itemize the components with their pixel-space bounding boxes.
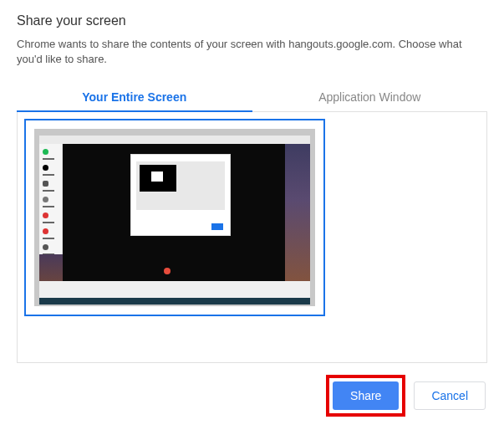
cancel-button[interactable]: Cancel [414, 381, 486, 410]
tab-application-window[interactable]: Application Window [252, 82, 488, 111]
dialog-description: Chrome wants to share the contents of yo… [17, 37, 487, 67]
content-panel [17, 112, 487, 363]
share-button[interactable]: Share [333, 381, 399, 410]
share-highlight: Share [326, 375, 405, 417]
tabs: Your Entire Screen Application Window [17, 82, 487, 112]
screen-preview [34, 129, 315, 306]
tab-entire-screen[interactable]: Your Entire Screen [17, 82, 252, 112]
dialog-title: Share your screen [17, 13, 487, 28]
screen-thumbnail[interactable] [24, 119, 325, 316]
dialog-footer: Share Cancel [0, 363, 504, 427]
